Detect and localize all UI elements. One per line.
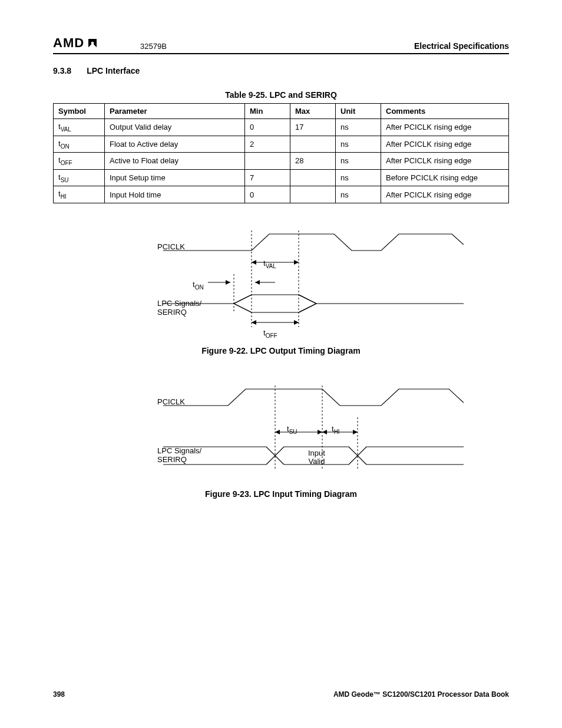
cell-unit: ns <box>336 169 381 186</box>
section-number: 9.3.8 <box>53 66 71 75</box>
svg-marker-19 <box>294 320 299 325</box>
fig1-signals-label: LPC Signals/SERIRQ <box>157 299 201 317</box>
cell-symbol: tVAL <box>54 119 105 136</box>
cell-min: 0 <box>245 119 290 136</box>
cell-comments: After PCICLK rising edge <box>381 136 509 153</box>
fig1-ton-label: tON <box>193 280 204 291</box>
cell-comments: Before PCICLK rising edge <box>381 169 509 186</box>
cell-max: 28 <box>290 153 336 170</box>
col-unit: Unit <box>336 104 381 119</box>
cell-symbol: tOFF <box>54 153 105 170</box>
page-footer: 398 AMD Geode™ SC1200/SC1201 Processor D… <box>53 690 509 699</box>
figure-9-23: PCICLK tSU tHI LPC Signals/SERIRQ InputV… <box>98 382 464 479</box>
cell-symbol: tHI <box>54 186 105 203</box>
table-caption: Table 9-25. LPC and SERIRQ <box>53 90 509 100</box>
cell-unit: ns <box>336 153 381 170</box>
svg-rect-0 <box>91 42 94 44</box>
svg-marker-24 <box>275 430 280 434</box>
cell-unit: ns <box>336 186 381 203</box>
cell-unit: ns <box>336 119 381 136</box>
figure-9-22-caption: Figure 9-22. LPC Output Timing Diagram <box>53 346 509 355</box>
cell-parameter: Float to Active delay <box>105 136 245 153</box>
cell-min: 2 <box>245 136 290 153</box>
col-comments: Comments <box>381 104 509 119</box>
svg-marker-18 <box>252 320 256 325</box>
page-header: AMD 32579B Electrical Specifications <box>53 35 509 54</box>
figure-9-22: PCICLK tVAL tON LPC Signals/SERIRQ tOFF <box>98 227 464 335</box>
fig1-toff-label: tOFF <box>263 328 277 339</box>
col-symbol: Symbol <box>54 104 105 119</box>
cell-parameter: Input Setup time <box>105 169 245 186</box>
book-title: AMD Geode™ SC1200/SC1201 Processor Data … <box>333 690 509 699</box>
cell-parameter: Input Hold time <box>105 186 245 203</box>
cell-parameter: Active to Float delay <box>105 153 245 170</box>
fig2-signals-label: LPC Signals/SERIRQ <box>157 446 201 464</box>
cell-min: 7 <box>245 169 290 186</box>
amd-logo: AMD <box>53 35 99 51</box>
svg-marker-8 <box>226 280 230 285</box>
svg-line-13 <box>234 295 252 304</box>
lpc-serirq-table: Symbol Parameter Min Max Unit Comments t… <box>53 103 509 203</box>
fig2-tsu-label: tSU <box>287 424 297 435</box>
col-min: Min <box>245 104 290 119</box>
cell-min: 0 <box>245 186 290 203</box>
table-row: tVALOutput Valid delay017nsAfter PCICLK … <box>54 119 509 136</box>
table-row: tOFFActive to Float delay28nsAfter PCICL… <box>54 153 509 170</box>
col-max: Max <box>290 104 336 119</box>
fig2-thi-label: tHI <box>332 424 340 435</box>
cell-parameter: Output Valid delay <box>105 119 245 136</box>
cell-symbol: tSU <box>54 169 105 186</box>
svg-line-14 <box>299 295 316 304</box>
cell-comments: After PCICLK rising edge <box>381 153 509 170</box>
table-row: tHIInput Hold time0nsAfter PCICLK rising… <box>54 186 509 203</box>
svg-marker-6 <box>294 260 299 265</box>
svg-line-15 <box>299 304 316 312</box>
fig1-pciclk-label: PCICLK <box>157 242 185 251</box>
page-number: 398 <box>53 690 65 699</box>
fig1-tval-label: tVAL <box>263 259 276 269</box>
fig2-pciclk-label: PCICLK <box>157 397 185 406</box>
table-row: tSUInput Setup time7nsBefore PCICLK risi… <box>54 169 509 186</box>
amd-logo-text: AMD <box>53 35 84 51</box>
cell-min <box>245 153 290 170</box>
cell-max <box>290 186 336 203</box>
amd-arrow-icon <box>86 37 99 50</box>
fig2-input-valid-label: InputValid <box>308 449 325 465</box>
col-parameter: Parameter <box>105 104 245 119</box>
cell-comments: After PCICLK rising edge <box>381 186 509 203</box>
section-name: LPC Interface <box>87 66 140 75</box>
header-section-title: Electrical Specifications <box>414 41 509 51</box>
doc-id: 32579B <box>140 42 167 51</box>
svg-marker-25 <box>318 430 322 434</box>
figure-9-23-caption: Figure 9-23. LPC Input Timing Diagram <box>53 489 509 499</box>
svg-line-12 <box>234 304 252 312</box>
svg-marker-27 <box>322 430 327 434</box>
svg-marker-28 <box>353 430 358 434</box>
cell-unit: ns <box>336 136 381 153</box>
svg-marker-5 <box>252 260 256 265</box>
table-row: tONFloat to Active delay2nsAfter PCICLK … <box>54 136 509 153</box>
cell-comments: After PCICLK rising edge <box>381 119 509 136</box>
cell-symbol: tON <box>54 136 105 153</box>
svg-marker-10 <box>255 280 260 285</box>
cell-max: 17 <box>290 119 336 136</box>
section-heading: 9.3.8 LPC Interface <box>53 66 509 75</box>
cell-max <box>290 169 336 186</box>
cell-max <box>290 136 336 153</box>
